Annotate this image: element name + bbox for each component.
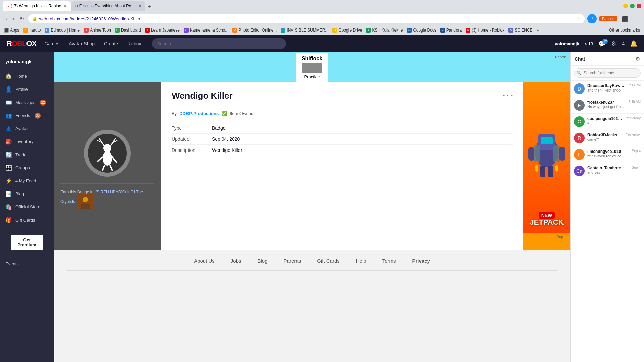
messages-badge: 22 [40, 100, 46, 106]
footer-terms[interactable]: Terms [382, 258, 396, 264]
sidebar-item-messages[interactable]: ✉️ Messages 22 [0, 96, 54, 109]
sidebar-item-blog[interactable]: 📝 Blog [0, 187, 54, 200]
footer-blog[interactable]: Blog [258, 258, 268, 264]
browser-window: R (17) Wendigo Killer - Roblox ✕ D Discu… [0, 0, 644, 35]
minimize-button[interactable] [623, 4, 628, 8]
sidebar-item-inventory[interactable]: 🎒 Inventory [0, 135, 54, 148]
back-button[interactable]: ‹ [4, 14, 8, 23]
bookmark-photo[interactable]: P Photo Editor Online... [232, 28, 277, 33]
roblox-logo[interactable]: ROBLOX [7, 39, 36, 48]
profile-icon[interactable]: P [587, 14, 597, 23]
chat-icon[interactable]: 💬 17 [598, 40, 606, 47]
notification-count: 17 [602, 39, 608, 44]
chat-item[interactable]: Ca Captain_Temhote and yes Sep 4 [571, 163, 644, 179]
chat-item[interactable]: D DinosaurSayRawr... (DinoPig... and the… [571, 81, 644, 97]
bookmark-label: INVISIBLE SUMMER... [287, 28, 328, 33]
friends-count[interactable]: 4 [622, 41, 625, 46]
badge-menu-dots[interactable]: • • • [503, 92, 513, 99]
chat-name: DinosaurSayRawr... (DinoPig... [587, 83, 626, 88]
bookmark-invisible[interactable]: I INVISIBLE SUMMER... [281, 28, 328, 33]
badge-creator-link[interactable]: DDBP:Productions [179, 111, 219, 116]
header-right: yolomangjk < 13 💬 17 ⚙ 4 🔔 [555, 40, 637, 47]
bookmark-anime[interactable]: A Anime Toon [84, 28, 111, 33]
svg-rect-26 [548, 166, 553, 177]
footer-about-us[interactable]: About Us [194, 258, 215, 264]
address-bar[interactable]: 🔒 web.roblox.com/badges/2124602610/Wendi… [28, 14, 585, 23]
badge-by-label: By [172, 111, 177, 116]
close-button[interactable] [637, 4, 641, 8]
maximize-button[interactable] [630, 4, 635, 8]
notifications-icon[interactable]: 🔔 [630, 40, 637, 47]
bookmark-kamehameha[interactable]: K Kamehameha Scho... [184, 28, 228, 33]
settings-icon[interactable]: ⚙ [611, 40, 616, 47]
bookmark-gdrive[interactable]: G Google Drive [332, 28, 362, 33]
inactive-tab[interactable]: D Discuss Everything About Roblo... ✕ [71, 1, 145, 11]
forward-button[interactable]: › [11, 14, 15, 23]
sidebar-item-groups[interactable]: 👪 Groups [0, 161, 54, 174]
nav-games[interactable]: Games [44, 40, 59, 48]
bookmark-edmodo[interactable]: E Edmodo | Home [45, 28, 80, 33]
bookmark-label: Learn Japanese [151, 28, 180, 33]
bookmark-japanese[interactable]: J Learn Japanese [145, 28, 180, 33]
sidebar-item-gift-cards[interactable]: 🎁 Gift Cards [0, 214, 54, 227]
sidebar-item-official-store[interactable]: 🛍️ Official Store [0, 200, 54, 214]
bookmark-apps[interactable]: ⬛ Apps [4, 28, 19, 33]
chat-item[interactable]: L limchungyee1010 https://web.roblox.cc … [571, 146, 644, 163]
tab-close-2[interactable]: ✕ [138, 4, 141, 8]
right-ad-report[interactable]: Report [523, 233, 570, 240]
nav-avatar-shop[interactable]: Avatar Shop [69, 40, 95, 48]
bookmark-dashboard[interactable]: D Dashboard [115, 28, 141, 33]
sidebar-item-profile[interactable]: 👤 Profile [0, 83, 54, 96]
svg-point-22 [555, 165, 558, 172]
bookmark-ksh[interactable]: K KSH Kula Kiekʻie [366, 28, 403, 33]
sidebar-item-trade[interactable]: 🔄 Trade [0, 148, 54, 161]
sidebar-item-myfeed[interactable]: ⚡ 4 My Feed [0, 174, 54, 187]
chat-name: Roblox3DJackson (David) [587, 133, 623, 137]
footer-privacy[interactable]: Privacy [412, 258, 430, 264]
nav-robux[interactable]: Robux [127, 40, 141, 48]
address-text: web.roblox.com/badges/2124602610/Wendigo… [39, 16, 572, 21]
chat-item[interactable]: F frostaken6237 No way. I just got fre..… [571, 97, 644, 114]
footer-help[interactable]: Help [356, 258, 366, 264]
footer-gift-cards[interactable]: Gift Cards [317, 258, 340, 264]
bookmark-science[interactable]: S SCIENCE [508, 28, 532, 33]
bookmark-pandora[interactable]: P Pandora [440, 28, 462, 33]
extensions-icon[interactable]: ⬛ [620, 14, 629, 23]
search-input[interactable] [152, 38, 286, 49]
svg-rect-25 [540, 166, 545, 177]
other-bookmarks[interactable]: Other bookmarks [609, 28, 640, 33]
get-premium-button[interactable]: Get Premium [11, 235, 43, 250]
chat-item[interactable]: C coolpenguin101ninja k Yesterday [571, 114, 644, 130]
roblox-app: ROBLOX Games Avatar Shop Create Robux yo… [0, 35, 644, 362]
bookmark-favicon: R [466, 28, 470, 33]
tab-close-1[interactable]: ✕ [64, 4, 67, 8]
bookmark-naruto[interactable]: n naruto [23, 28, 41, 33]
sidebar-item-avatar[interactable]: 👗 Avatar [0, 122, 54, 135]
star-icon[interactable]: ☆ [577, 16, 581, 21]
footer-parents[interactable]: Parents [284, 258, 301, 264]
chat-search-input[interactable] [574, 68, 641, 78]
bookmark-gdocs[interactable]: G Google Docs [407, 28, 436, 33]
sidebar-item-events[interactable]: Events [0, 258, 54, 270]
reload-button[interactable]: ↻ [18, 14, 25, 23]
sidebar-item-home[interactable]: 🏠 Home [0, 70, 54, 83]
more-bookmarks[interactable]: » [537, 28, 539, 33]
footer-jobs[interactable]: Jobs [231, 258, 241, 264]
bookmark-roblox-home[interactable]: R (3) Home - Roblox [466, 28, 504, 33]
paused-badge: Paused [599, 16, 617, 21]
nav-create[interactable]: Create [104, 40, 118, 48]
ad-report-link[interactable]: Report [555, 55, 566, 59]
myfeed-icon: ⚡ [5, 178, 12, 184]
chat-item[interactable]: R Roblox3DJackson (David) came** Yesterd… [571, 130, 644, 146]
active-tab[interactable]: R (17) Wendigo Killer - Roblox ✕ [3, 1, 71, 11]
sidebar-item-friends[interactable]: 👥 Friends 30 [0, 109, 54, 122]
chat-name: coolpenguin101ninja [587, 116, 623, 121]
chat-search-wrapper: 🔍 [574, 68, 641, 78]
chat-avatar: Ca [574, 166, 585, 176]
badge-description-row: Description Wendigo Killer [172, 145, 513, 156]
chat-settings-icon[interactable]: ⚙ [635, 56, 640, 62]
bookmark-favicon: n [23, 28, 28, 33]
new-tab-button[interactable]: + [145, 3, 153, 11]
menu-icon[interactable]: ⋮ [632, 14, 640, 23]
sidebar-label-groups: Groups [15, 165, 30, 170]
